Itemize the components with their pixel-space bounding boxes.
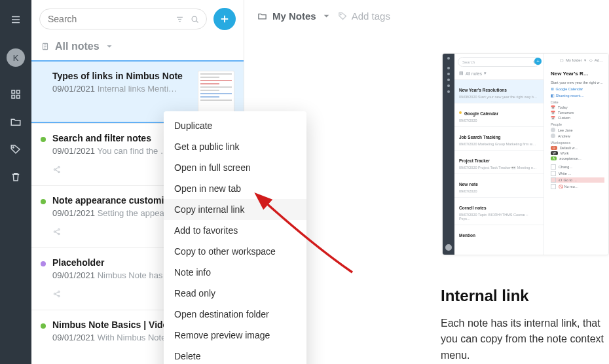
note-icon — [41, 42, 50, 51]
add-tags-button[interactable]: Add tags — [338, 10, 390, 22]
svg-point-20 — [58, 166, 60, 168]
avatar[interactable]: K — [7, 48, 25, 67]
context-menu-item[interactable]: Open destination folder — [164, 304, 306, 325]
add-note-button[interactable] — [213, 8, 236, 30]
svg-rect-4 — [17, 90, 20, 94]
folder-icon[interactable] — [8, 114, 24, 130]
menu-icon[interactable] — [8, 12, 24, 27]
illustration-screenshot: Search⚲ ▤ All notes ▾ New Year's Resolut… — [442, 53, 609, 255]
tag-icon[interactable] — [8, 141, 24, 157]
filter-icon[interactable] — [175, 14, 185, 24]
svg-point-30 — [58, 291, 60, 292]
svg-point-25 — [58, 228, 60, 230]
tag-icon — [338, 11, 348, 21]
svg-point-11 — [192, 16, 197, 22]
search-icon[interactable] — [190, 14, 200, 24]
svg-line-27 — [56, 230, 58, 231]
context-menu-item[interactable]: Delete — [164, 346, 306, 364]
color-bullet — [41, 323, 46, 329]
svg-line-22 — [56, 168, 58, 169]
svg-line-32 — [56, 292, 58, 293]
list-header-label: All notes — [55, 41, 100, 52]
chevron-down-icon — [105, 42, 114, 51]
svg-line-23 — [56, 170, 58, 172]
context-menu-item[interactable]: Open in full screen — [164, 157, 306, 178]
context-menu-item[interactable]: Remove preview image — [164, 325, 306, 346]
list-header[interactable]: All notes — [31, 34, 244, 60]
svg-line-12 — [196, 20, 198, 22]
app-rail: K — [0, 0, 31, 364]
color-bullet — [41, 137, 46, 142]
note-subtitle: 09/01/2021 Internal links Menti… — [52, 84, 191, 94]
search-input[interactable] — [46, 13, 170, 25]
svg-line-28 — [56, 232, 58, 234]
folder-icon — [257, 11, 267, 21]
breadcrumb-folder: My Notes — [272, 10, 316, 22]
svg-point-7 — [12, 147, 14, 148]
arrow-annotation — [255, 187, 360, 279]
apps-icon[interactable] — [8, 86, 24, 102]
svg-point-21 — [58, 171, 60, 172]
chevron-down-icon — [322, 11, 331, 21]
note-title: Types of links in Nimbus Note — [52, 71, 191, 81]
add-tags-label: Add tags — [352, 10, 390, 22]
context-menu-item[interactable]: Duplicate — [164, 115, 306, 136]
context-menu-item[interactable]: Get a public link — [164, 136, 306, 157]
trash-icon[interactable] — [8, 169, 24, 185]
svg-line-33 — [56, 295, 58, 296]
color-bullet — [41, 199, 46, 204]
svg-point-19 — [54, 169, 55, 170]
svg-point-24 — [54, 231, 55, 232]
svg-point-34 — [340, 14, 341, 15]
svg-rect-6 — [17, 96, 20, 99]
svg-point-29 — [54, 293, 55, 295]
color-bullet — [41, 261, 46, 266]
svg-point-31 — [58, 295, 60, 297]
svg-point-26 — [58, 233, 60, 234]
note-thumbnail — [198, 71, 234, 113]
search-field[interactable] — [39, 9, 207, 29]
svg-rect-3 — [12, 90, 15, 94]
svg-rect-5 — [12, 96, 15, 99]
breadcrumb[interactable]: My Notes — [257, 10, 331, 22]
context-menu-item[interactable]: Read only — [164, 283, 306, 304]
